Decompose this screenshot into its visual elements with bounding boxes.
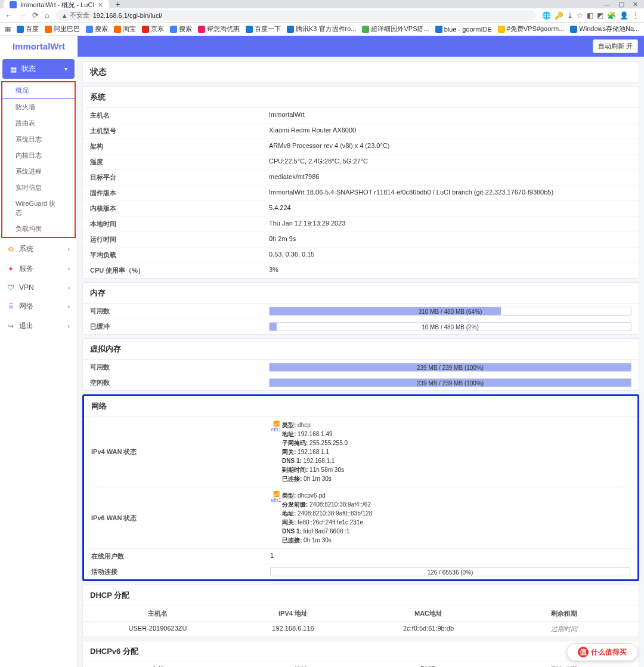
row-value: 0h 2m 9s	[269, 235, 631, 244]
progress-bar: 239 MB / 239 MB (100%)	[269, 363, 631, 372]
sidebar-cat[interactable]: ⠿网络›	[0, 297, 77, 316]
kv-row: 架构ARMv8 Processor rev 4 (v8l) x 4 (23.0°…	[83, 139, 639, 155]
home-button[interactable]: ⌂	[45, 11, 49, 20]
port-icon: 📶	[270, 491, 282, 497]
row-key: 主机名	[90, 111, 269, 120]
sidebar-sub-item[interactable]: 负载均衡	[2, 221, 75, 237]
progress-text: 10 MB / 480 MB (2%)	[270, 323, 631, 332]
bookmark-item[interactable]: 淘宝	[114, 24, 136, 33]
logo-box: ImmortalWrt	[0, 36, 78, 57]
reload-button[interactable]: ⟳	[32, 11, 39, 20]
sidebar-sub-item[interactable]: WireGuard 状态	[2, 196, 75, 221]
sidebar-sub-item[interactable]: 系统进程	[2, 163, 75, 180]
watermark-icon: 值	[578, 647, 589, 657]
back-button[interactable]: ←	[5, 11, 13, 20]
panel-heading: DHCP 分配	[83, 585, 639, 606]
sidebar-sub-item[interactable]: 概况	[2, 82, 75, 99]
row-value: ImmortalWrt	[269, 111, 631, 120]
sidebar-cat[interactable]: ⚙系统›	[0, 239, 77, 259]
row-key: 本地时间	[90, 220, 269, 228]
row-key: 温度	[90, 158, 269, 166]
minimize-button[interactable]: —	[603, 1, 610, 8]
kv-row: 平均负载0.53, 0.36, 0.15	[83, 248, 639, 263]
bookmark-item[interactable]: 阿里巴巴	[45, 24, 80, 33]
sidebar: ▦ 状态 ▾ 概况防火墙路由表系统日志内核日志系统进程实时信息WireGuard…	[0, 57, 78, 667]
bookmark-item[interactable]: #免费VPS#goorm...	[498, 24, 565, 33]
sidebar-sub-item[interactable]: 路由表	[2, 115, 75, 131]
bookmark-item[interactable]: 腾讯K3 官方固件ro...	[287, 24, 356, 33]
port-icon: 📶	[270, 421, 282, 427]
bookmark-item[interactable]: blue - goormIDE	[435, 26, 492, 33]
sidebar-sub-item[interactable]: 系统日志	[2, 131, 75, 147]
forward-button[interactable]: →	[18, 11, 26, 20]
row-key: 可用数	[90, 363, 269, 372]
bookmark-item[interactable]: 帮您淘优惠	[198, 24, 240, 33]
browser-tab[interactable]: ImmortalWrt - 概况 - LuCI ✕	[4, 0, 109, 10]
key-icon[interactable]: 🔑	[555, 11, 564, 20]
translate-icon[interactable]: 🌐	[542, 11, 551, 20]
table-head: 主机名IPV4 地址MAC地址剩余租期	[83, 606, 639, 622]
active-connections-row: 活动连接 126 / 65536 (0%)	[84, 564, 637, 579]
bookmark-item[interactable]: Windows存储池Na...	[570, 24, 639, 33]
ext-icon[interactable]: ◧	[587, 11, 593, 20]
grid-icon: ▦	[10, 66, 17, 73]
row-key: 可用数	[90, 307, 269, 316]
chevron-right-icon: ›	[68, 323, 70, 329]
bookmark-item[interactable]: 搜索	[170, 24, 192, 33]
row-key: 架构	[90, 142, 269, 151]
bookmark-item[interactable]: 百度一下	[246, 24, 281, 33]
progress-text: 239 MB / 239 MB (100%)	[270, 379, 631, 388]
wan4-label: IPv4 WAN 状态	[91, 421, 270, 483]
avatar-icon[interactable]: 👤	[620, 11, 628, 20]
kv-row: 已缓冲10 MB / 480 MB (2%)	[83, 319, 639, 334]
bookmarks-bar: ▦ 百度阿里巴巴搜索淘宝京东搜索帮您淘优惠百度一下腾讯K3 官方固件ro...超…	[0, 23, 644, 36]
panel-system: 系统 主机名ImmortalWrt主机型号Xiaomi Redmi Router…	[82, 87, 639, 279]
sidebar-sub-item[interactable]: 实时信息	[2, 180, 75, 196]
extension-icons: 🌐 🔑 ⤓ ☆ ◧ ◩ 🧩 👤 ⋮	[542, 11, 639, 20]
bookmark-icon	[170, 26, 177, 33]
progress-bar: 126 / 65536 (0%)	[270, 567, 630, 576]
app-body: ▦ 状态 ▾ 概况防火墙路由表系统日志内核日志系统进程实时信息WireGuard…	[0, 57, 644, 667]
panel-heading: 系统	[83, 87, 639, 108]
maximize-button[interactable]: ▢	[618, 1, 624, 8]
kv-row: 内核版本5.4.224	[83, 201, 639, 217]
star-icon[interactable]: ☆	[577, 11, 583, 20]
panel-swap: 虚拟内存 可用数239 MB / 239 MB (100%)空闲数239 MB …	[82, 338, 639, 391]
kv-row: 本地时间Thu Jan 12 19:13:29 2023	[83, 217, 639, 232]
progress-text: 126 / 65536 (0%)	[271, 568, 630, 577]
chevron-right-icon: ›	[68, 265, 70, 272]
menu-icon[interactable]: ⋮	[632, 11, 639, 20]
panel-network-highlight: 网络 IPv4 WAN 状态 📶 eth1 类型: dhcp地址: 192.16…	[82, 394, 639, 581]
col-head: 主机名	[90, 609, 225, 618]
row-value: 1	[270, 552, 630, 561]
bookmark-icon	[114, 26, 121, 33]
chevron-right-icon: ›	[68, 285, 70, 291]
puzzle-icon[interactable]: 🧩	[607, 11, 616, 20]
new-tab-button[interactable]: +	[112, 0, 123, 9]
sidebar-sub-item[interactable]: 内核日志	[2, 147, 75, 163]
logo-text: ImmortalWrt	[13, 41, 65, 51]
chevron-right-icon: ›	[68, 303, 70, 310]
apps-icon[interactable]: ▦	[5, 25, 11, 33]
sidebar-label: 状态	[21, 64, 36, 74]
bookmark-item[interactable]: 百度	[17, 24, 39, 33]
bookmark-icon	[498, 26, 505, 33]
bookmark-item[interactable]: 超详细国外VPS搭...	[362, 24, 429, 33]
bookmark-item[interactable]: 搜索	[86, 24, 108, 33]
sidebar-cat[interactable]: ↪退出›	[0, 316, 77, 336]
sidebar-cat[interactable]: ✦服务›	[0, 259, 77, 279]
close-window-button[interactable]: ✕	[633, 1, 638, 8]
close-tab-icon[interactable]: ✕	[98, 1, 103, 9]
auto-refresh-toggle[interactable]: 自动刷新 开	[593, 39, 638, 53]
sidebar-cat[interactable]: 🛡VPN›	[0, 279, 77, 297]
bookmark-icon	[570, 26, 577, 33]
chevron-down-icon: ▾	[64, 66, 67, 72]
sidebar-cat-status[interactable]: ▦ 状态 ▾	[2, 59, 75, 79]
install-icon[interactable]: ⤓	[567, 11, 573, 20]
url-field[interactable]: ▲ 不安全 192.168.6.1/cgi-bin/luci/	[55, 10, 536, 21]
row-key: 主机型号	[90, 126, 269, 135]
sidebar-sub-item[interactable]: 防火墙	[2, 99, 75, 115]
ext-icon-2[interactable]: ◩	[597, 11, 603, 20]
bookmark-item[interactable]: 京东	[142, 24, 164, 33]
table-head: 主机IPV6 地址DUID剩余租期	[83, 662, 639, 667]
